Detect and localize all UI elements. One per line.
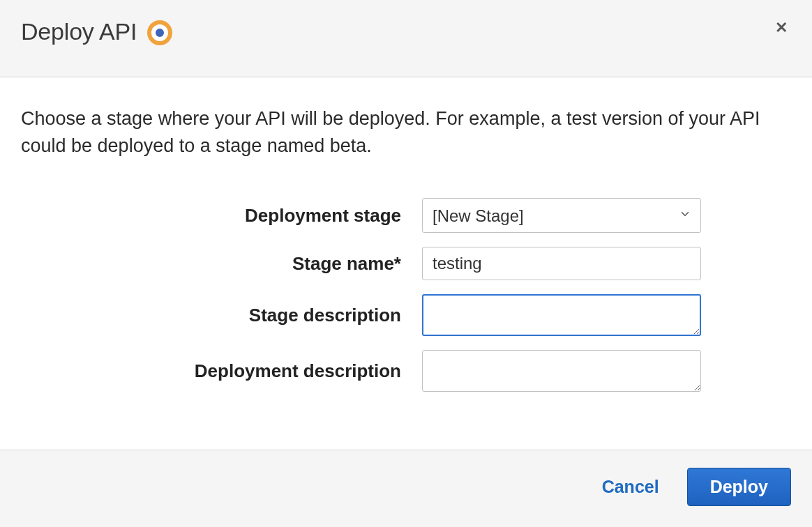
- close-button[interactable]: ✕: [772, 20, 791, 36]
- deployment-stage-select-wrap: [New Stage]: [422, 198, 701, 233]
- dialog-title: Deploy API: [21, 18, 137, 45]
- deploy-button[interactable]: Deploy: [687, 468, 791, 506]
- deployment-stage-label: Deployment stage: [21, 205, 401, 227]
- cancel-button[interactable]: Cancel: [595, 468, 666, 505]
- deployment-description-input[interactable]: [422, 350, 701, 392]
- stage-description-label: Stage description: [21, 305, 401, 326]
- deploy-form: Deployment stage [New Stage] Stage name*…: [21, 198, 791, 392]
- stage-description-input[interactable]: [422, 294, 701, 336]
- dialog-header: Deploy API ✕: [0, 0, 812, 77]
- stage-name-input[interactable]: [422, 247, 701, 280]
- dialog-body: Choose a stage where your API will be de…: [0, 77, 812, 450]
- record-indicator-dot: [156, 29, 164, 37]
- deployment-description-label: Deployment description: [21, 360, 401, 382]
- stage-name-label: Stage name*: [21, 253, 401, 275]
- dialog-helptext: Choose a stage where your API will be de…: [21, 105, 791, 160]
- deployment-stage-select[interactable]: [New Stage]: [422, 198, 701, 233]
- record-indicator-ring: [151, 24, 168, 41]
- dialog-title-wrap: Deploy API: [21, 17, 172, 45]
- deploy-api-dialog: Deploy API ✕ Choose a stage where your A…: [0, 0, 812, 527]
- dialog-footer: Cancel Deploy: [0, 450, 812, 527]
- close-icon: ✕: [775, 19, 788, 36]
- record-indicator-icon: [147, 20, 172, 45]
